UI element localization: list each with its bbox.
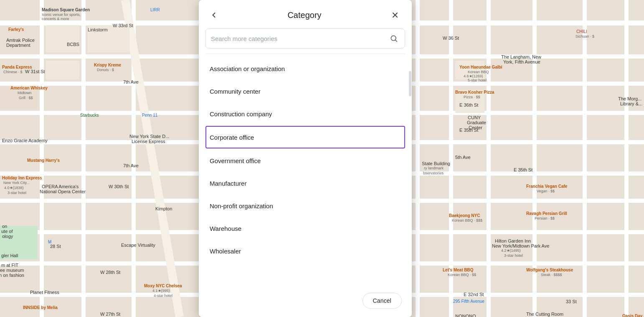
svg-rect-35	[0, 90, 38, 109]
svg-point-41	[391, 36, 396, 41]
close-button[interactable]	[387, 7, 403, 23]
category-item-association[interactable]: Association or organization	[199, 57, 412, 80]
category-item-nonprofit[interactable]: Non-profit organization	[199, 194, 412, 217]
category-list[interactable]: Association or organizationCommunity cen…	[199, 54, 412, 288]
svg-rect-37	[455, 90, 484, 113]
search-area	[199, 28, 412, 54]
svg-rect-33	[46, 61, 79, 79]
dialog-title: Category	[222, 10, 387, 20]
svg-rect-31	[46, 25, 79, 52]
svg-rect-34	[46, 90, 79, 109]
cancel-button[interactable]: Cancel	[363, 293, 402, 309]
category-item-construction[interactable]: Construction company	[199, 102, 412, 125]
dialog-footer: Cancel	[199, 288, 412, 317]
category-item-government[interactable]: Government office	[199, 149, 412, 172]
category-item-manufacturer[interactable]: Manufacturer	[199, 172, 412, 194]
svg-rect-38	[0, 226, 38, 259]
search-box	[205, 28, 405, 49]
category-item-warehouse[interactable]: Warehouse	[199, 217, 412, 240]
svg-rect-32	[88, 25, 129, 52]
scroll-indicator	[408, 67, 412, 292]
category-item-corporate[interactable]: Corporate office	[205, 126, 405, 148]
search-input[interactable]	[211, 35, 388, 42]
svg-rect-36	[455, 61, 484, 79]
search-icon-button[interactable]	[388, 33, 400, 44]
category-dialog: Category Association or organizationComm…	[199, 0, 412, 317]
category-item-wholesaler[interactable]: Wholesaler	[199, 240, 412, 262]
back-button[interactable]	[205, 7, 222, 23]
category-item-community[interactable]: Community center	[199, 80, 412, 102]
svg-line-42	[396, 40, 397, 42]
scroll-thumb	[409, 71, 411, 96]
dialog-header: Category	[199, 0, 412, 28]
